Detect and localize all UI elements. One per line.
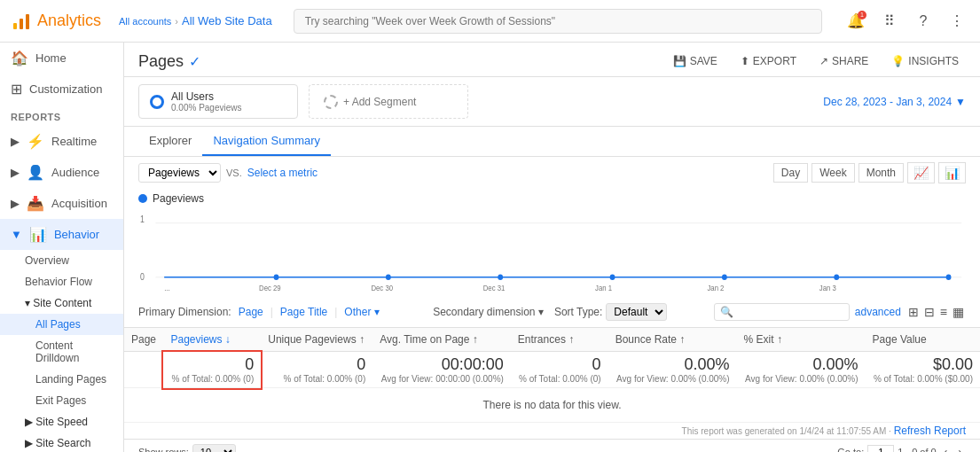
breadcrumb-accounts[interactable]: All accounts bbox=[119, 16, 171, 27]
period-week-button[interactable]: Week bbox=[811, 163, 854, 183]
bar-chart-button[interactable]: 📊 bbox=[938, 162, 966, 183]
period-day-button[interactable]: Day bbox=[773, 163, 808, 183]
sidebar-item-realtime[interactable]: ▶ ⚡ Realtime bbox=[0, 126, 123, 157]
page-range: 1 - 0 of 0 bbox=[898, 447, 936, 452]
sidebar-sub-landing-pages[interactable]: Landing Pages bbox=[0, 369, 123, 390]
share-button[interactable]: ↗ SHARE bbox=[812, 51, 875, 71]
col-avg-time[interactable]: Avg. Time on Page ↑ bbox=[372, 328, 511, 352]
sidebar-item-customization[interactable]: ⊞ Customization bbox=[0, 74, 123, 105]
sidebar-label-audience: Audience bbox=[51, 166, 99, 179]
sidebar-sub-site-search[interactable]: ▶ Site Search bbox=[0, 433, 123, 452]
home-icon: 🏠 bbox=[11, 50, 28, 66]
secondary-dimension-button[interactable]: Secondary dimension ▾ bbox=[426, 302, 551, 322]
save-button[interactable]: 💾 SAVE bbox=[666, 51, 725, 71]
segment-info: All Users 0.00% Pageviews bbox=[171, 90, 242, 113]
apps-button[interactable]: ⠿ bbox=[877, 9, 902, 34]
notifications-button[interactable]: 🔔 1 bbox=[843, 9, 868, 34]
svg-rect-2 bbox=[26, 14, 29, 29]
date-range-picker[interactable]: Dec 28, 2023 - Jan 3, 2024 ▼ bbox=[823, 96, 966, 108]
tab-explorer[interactable]: Explorer bbox=[138, 127, 202, 156]
table-body: 0 % of Total: 0.00% (0) 0 % of Total: 0.… bbox=[124, 352, 980, 423]
topbar: Analytics All accounts › All Web Site Da… bbox=[0, 0, 980, 43]
comparison-view-icon[interactable]: ≡ bbox=[938, 303, 949, 321]
totals-br-sub: Avg for View: 0.00% (0.00%) bbox=[615, 374, 730, 384]
legend-label-pageviews: Pageviews bbox=[153, 192, 204, 205]
metric-select-1[interactable]: Pageviews bbox=[138, 163, 221, 183]
segment-all-users[interactable]: All Users 0.00% Pageviews bbox=[138, 84, 298, 119]
totals-ent-sub: % of Total: 0.00% (0) bbox=[518, 374, 601, 384]
pivot-view-icon[interactable]: ⊟ bbox=[922, 303, 937, 321]
chart-legend: Pageviews bbox=[138, 192, 966, 205]
search-bar[interactable] bbox=[294, 9, 822, 34]
sidebar-sub-content-drilldown[interactable]: Content Drilldown bbox=[0, 335, 123, 369]
totals-pv-sub: % of Total: 0.00% ($0.00) bbox=[873, 374, 973, 384]
col-pageviews[interactable]: Pageviews ↓ bbox=[163, 328, 261, 352]
add-segment-button[interactable]: + Add Segment bbox=[309, 84, 468, 119]
go-to-input[interactable] bbox=[867, 445, 894, 452]
realtime-icon: ⚡ bbox=[27, 133, 44, 150]
rows-per-page-select[interactable]: 10 25 50 100 bbox=[192, 444, 236, 452]
segments-bar: All Users 0.00% Pageviews + Add Segment … bbox=[124, 77, 980, 127]
sidebar-sub-site-speed[interactable]: ▶ Site Speed bbox=[0, 411, 123, 433]
table-view-icon[interactable]: ⊞ bbox=[906, 303, 921, 321]
sidebar-sub-all-pages[interactable]: All Pages bbox=[0, 314, 123, 335]
sidebar-sub-exit-pages[interactable]: Exit Pages bbox=[0, 390, 123, 411]
sidebar-sub-overview[interactable]: Overview bbox=[0, 250, 123, 271]
no-data-row: There is no data for this view. bbox=[124, 388, 980, 423]
chart-svg: 1 0 bbox=[138, 208, 966, 297]
sidebar-item-home[interactable]: 🏠 Home bbox=[0, 43, 123, 74]
select-metric-link[interactable]: Select a metric bbox=[247, 167, 318, 179]
next-page-button[interactable]: › bbox=[954, 443, 966, 452]
totals-bounce-rate: 0.00% Avg for View: 0.00% (0.00%) bbox=[608, 352, 737, 388]
primary-dimension-label: Primary Dimension: bbox=[138, 306, 231, 318]
totals-ent-value: 0 bbox=[518, 355, 601, 374]
report-generated: This report was generated on 1/4/24 at 1… bbox=[124, 423, 980, 439]
advanced-link[interactable]: advanced bbox=[855, 306, 901, 318]
table-header-row: Page Pageviews ↓ Unique Pageviews ↑ Avg.… bbox=[124, 328, 980, 352]
col-unique-pageviews[interactable]: Unique Pageviews ↑ bbox=[261, 328, 372, 352]
svg-text:Jan 2: Jan 2 bbox=[707, 284, 724, 293]
header-actions: 💾 SAVE ⬆ EXPORT ↗ SHARE 💡 INSIGHTS bbox=[666, 51, 966, 71]
period-month-button[interactable]: Month bbox=[858, 163, 904, 183]
insights-button[interactable]: 💡 INSIGHTS bbox=[884, 51, 966, 71]
col-page-value[interactable]: Page Value bbox=[866, 328, 980, 352]
totals-pageviews: 0 % of Total: 0.00% (0) bbox=[163, 352, 261, 388]
pagination-controls: Go to: 1 - 0 of 0 ‹ › bbox=[837, 443, 966, 452]
main-content: Pages ✓ 💾 SAVE ⬆ EXPORT ↗ SHARE 💡 bbox=[124, 43, 980, 452]
sidebar-sub-site-content[interactable]: ▾ Site Content bbox=[0, 292, 123, 314]
app-title: Analytics bbox=[37, 12, 101, 30]
performance-view-icon[interactable]: ▦ bbox=[951, 303, 966, 321]
sidebar-sub-behavior-flow[interactable]: Behavior Flow bbox=[0, 271, 123, 292]
page-title-text: Pages bbox=[138, 52, 184, 71]
sort-type-select[interactable]: Default bbox=[606, 303, 667, 321]
col-page[interactable]: Page bbox=[124, 328, 163, 352]
svg-rect-0 bbox=[13, 23, 17, 29]
breadcrumb-property[interactable]: All Web Site Data bbox=[182, 14, 272, 27]
sidebar-item-behavior[interactable]: ▼ 📊 Behavior bbox=[0, 219, 123, 250]
col-bounce-rate[interactable]: Bounce Rate ↑ bbox=[608, 328, 737, 352]
search-input[interactable] bbox=[294, 9, 822, 34]
line-chart-button[interactable]: 📈 bbox=[907, 162, 935, 183]
no-data-cell: There is no data for this view. bbox=[124, 388, 980, 423]
dim-page-title-link[interactable]: Page Title bbox=[280, 306, 327, 318]
help-button[interactable]: ? bbox=[911, 9, 936, 34]
table-search-input[interactable] bbox=[737, 306, 843, 318]
col-exit-pct[interactable]: % Exit ↑ bbox=[737, 328, 866, 352]
sort-controls: Secondary dimension ▾ Sort Type: Default bbox=[426, 302, 667, 322]
refresh-report-link[interactable]: Refresh Report bbox=[894, 425, 966, 437]
table-search[interactable]: 🔍 bbox=[714, 303, 850, 321]
svg-point-9 bbox=[498, 274, 503, 280]
breadcrumb: All accounts › All Web Site Data bbox=[119, 14, 272, 27]
sidebar-item-label-home: Home bbox=[35, 51, 67, 65]
totals-pageviews-value: 0 bbox=[170, 355, 254, 374]
sidebar-item-audience[interactable]: ▶ 👤 Audience bbox=[0, 157, 123, 188]
dim-page-link[interactable]: Page bbox=[239, 306, 263, 318]
prev-page-button[interactable]: ‹ bbox=[940, 443, 952, 452]
dim-other-link[interactable]: Other ▾ bbox=[344, 306, 379, 318]
totals-exit-value: 0.00% bbox=[744, 355, 858, 374]
col-entrances[interactable]: Entrances ↑ bbox=[511, 328, 608, 352]
export-button[interactable]: ⬆ EXPORT bbox=[733, 51, 804, 71]
sidebar-item-acquisition[interactable]: ▶ 📥 Acquisition bbox=[0, 188, 123, 219]
tab-navigation-summary[interactable]: Navigation Summary bbox=[202, 127, 331, 156]
more-button[interactable]: ⋮ bbox=[945, 9, 969, 34]
